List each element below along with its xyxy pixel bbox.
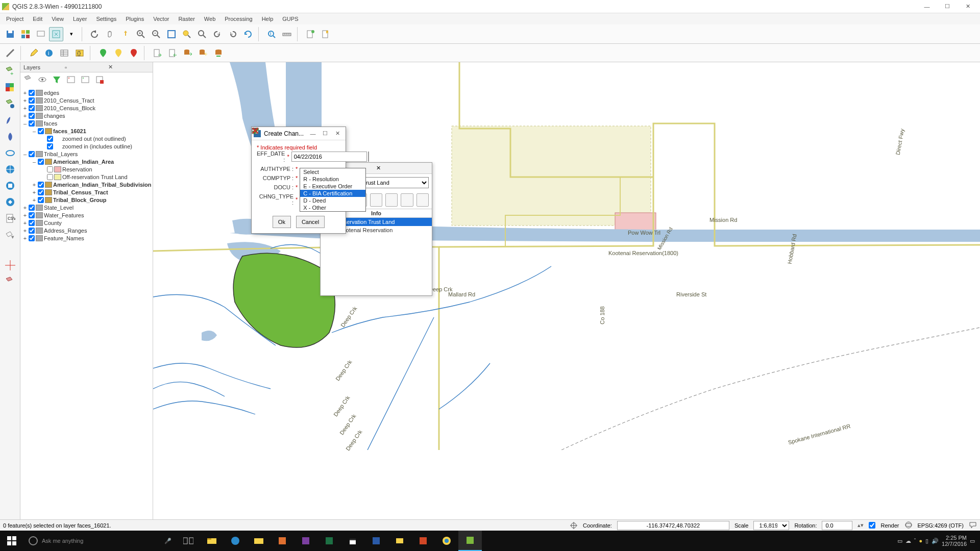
- layer-checkbox[interactable]: [29, 235, 35, 241]
- panel-undock-icon[interactable]: ▫: [65, 64, 106, 70]
- layer-row[interactable]: +2010_Census_Tract: [22, 96, 153, 104]
- dialog-titlebar[interactable]: Create Chan... — ☐ ✕: [252, 127, 346, 140]
- tray-network-icon[interactable]: ▯: [925, 538, 928, 544]
- menu-raster[interactable]: Raster: [174, 15, 199, 23]
- layer-row[interactable]: +2010_Census_Block: [22, 104, 153, 112]
- layer-checkbox[interactable]: [29, 220, 35, 226]
- layer-checkbox[interactable]: [38, 159, 44, 165]
- add-wcs-icon[interactable]: [4, 180, 16, 192]
- menu-settings[interactable]: Settings: [92, 15, 120, 23]
- zoom-layer-icon[interactable]: [195, 27, 209, 41]
- add-postgis-icon[interactable]: [4, 98, 16, 110]
- add-raster-icon[interactable]: [4, 82, 16, 94]
- menu-help[interactable]: Help: [258, 15, 278, 23]
- measure-icon[interactable]: [280, 27, 294, 41]
- word-icon[interactable]: [364, 531, 388, 551]
- expand-icon[interactable]: –: [32, 159, 37, 165]
- map-canvas[interactable]: Mission RdPow Wow TrlKootenai Reservatio…: [153, 62, 980, 551]
- dialog-close-button[interactable]: ✕: [331, 128, 344, 140]
- expand-icon[interactable]: –: [32, 128, 37, 134]
- gps-icon[interactable]: [4, 259, 16, 271]
- layer-row[interactable]: –faces: [22, 119, 153, 127]
- window-close-button[interactable]: ✕: [958, 1, 978, 13]
- layer-checkbox[interactable]: [38, 189, 44, 195]
- file-explorer-icon[interactable]: [200, 531, 224, 551]
- dialog-maximize-button[interactable]: ☐: [319, 128, 331, 140]
- menu-vector[interactable]: Vector: [149, 15, 173, 23]
- menu-plugins[interactable]: Plugins: [121, 15, 148, 23]
- layer-tree[interactable]: +edges+2010_Census_Tract+2010_Census_Blo…: [20, 88, 153, 551]
- system-tray[interactable]: ▭ ☁ ˆ ● ▯ 🔊 2:25 PM 12/7/2016 ▭: [897, 535, 980, 547]
- save-icon[interactable]: [3, 27, 17, 41]
- layer-row[interactable]: Off-reservation Trust Land: [22, 173, 153, 181]
- import-icon[interactable]: [165, 46, 180, 60]
- layer-remove-icon[interactable]: [95, 75, 104, 85]
- window-minimize-button[interactable]: —: [917, 1, 937, 13]
- layer-checkbox[interactable]: [29, 113, 35, 119]
- ruler-icon[interactable]: [3, 46, 17, 60]
- layer-checkbox[interactable]: [29, 97, 35, 104]
- db-export-icon[interactable]: [181, 46, 195, 60]
- edge-icon[interactable]: [224, 531, 247, 551]
- eff-date-input[interactable]: [291, 152, 367, 162]
- rotation-input[interactable]: [822, 521, 852, 530]
- layer-row[interactable]: +edges: [22, 89, 153, 96]
- layer-row[interactable]: +County: [22, 219, 153, 227]
- outlook-icon[interactable]: [388, 531, 411, 551]
- menu-layer[interactable]: Layer: [69, 15, 91, 23]
- dropdown-item[interactable]: C - BIA Certification: [300, 190, 365, 197]
- add-mssql-icon[interactable]: [4, 131, 16, 143]
- db-import-icon[interactable]: [196, 46, 210, 60]
- dropdown-item[interactable]: R - Resolution: [300, 176, 365, 183]
- panel-close-icon[interactable]: ✕: [108, 64, 150, 70]
- add-vector-icon[interactable]: +: [4, 65, 16, 78]
- layer-checkbox[interactable]: [38, 197, 44, 203]
- excel-icon[interactable]: [317, 531, 341, 551]
- store-icon[interactable]: [341, 531, 364, 551]
- virtual-layer-icon[interactable]: [4, 276, 16, 288]
- layer-checkbox[interactable]: [29, 151, 35, 157]
- tray-clock[interactable]: 2:25 PM 12/7/2016: [942, 535, 967, 547]
- menu-view[interactable]: View: [47, 15, 68, 23]
- ok-button[interactable]: Ok: [273, 216, 291, 228]
- layer-row[interactable]: –Tribal_Layers: [22, 150, 153, 158]
- cancel-button[interactable]: Cancel: [296, 216, 325, 228]
- render-checkbox[interactable]: [869, 522, 875, 529]
- tray-norton-icon[interactable]: ●: [919, 538, 922, 544]
- expand-icon[interactable]: +: [22, 90, 28, 96]
- edit-pencil-icon[interactable]: [27, 46, 41, 60]
- feature-panel-close-icon[interactable]: ✕: [376, 165, 429, 171]
- expand-icon[interactable]: +: [22, 212, 28, 218]
- layer-expr-icon[interactable]: [66, 75, 76, 85]
- layer-row[interactable]: –American_Indian_Area: [22, 158, 153, 165]
- mic-icon[interactable]: 🎤: [164, 538, 172, 544]
- new-project-icon[interactable]: [18, 27, 33, 41]
- layer-row[interactable]: +changes: [22, 112, 153, 119]
- layer-filter-icon[interactable]: [52, 75, 61, 85]
- layer-row[interactable]: +Tribal_Census_Tract: [22, 188, 153, 196]
- layer-checkbox[interactable]: [29, 105, 35, 111]
- identify-blue-icon[interactable]: i: [42, 46, 56, 60]
- field-calc-icon[interactable]: {}: [72, 46, 87, 60]
- layer-row[interactable]: Reservation: [22, 165, 153, 173]
- taskbar-search[interactable]: Ask me anything 🎤: [23, 531, 177, 551]
- feature-map-icon[interactable]: [385, 193, 398, 207]
- layer-visibility-icon[interactable]: [38, 75, 47, 85]
- task-view-icon[interactable]: [177, 531, 200, 551]
- feature-down-icon[interactable]: [370, 193, 382, 207]
- expand-icon[interactable]: +: [32, 197, 37, 203]
- identify-icon[interactable]: i: [264, 27, 279, 41]
- zoom-last-icon[interactable]: [210, 27, 225, 41]
- messages-icon[interactable]: [969, 521, 977, 530]
- layer-row[interactable]: +Water_Features: [22, 211, 153, 219]
- expand-icon[interactable]: +: [22, 228, 28, 234]
- layer-checkbox[interactable]: [47, 174, 53, 180]
- layer-checkbox[interactable]: [47, 143, 53, 149]
- powerpoint-icon[interactable]: [411, 531, 435, 551]
- attribute-table-icon[interactable]: [57, 46, 71, 60]
- zoom-out-icon[interactable]: [149, 27, 163, 41]
- dropdown-item[interactable]: E - Executive Order: [300, 183, 365, 190]
- db-sync-icon[interactable]: [211, 46, 226, 60]
- crs-icon[interactable]: [904, 521, 913, 530]
- qgis-taskbar-icon[interactable]: [458, 531, 482, 551]
